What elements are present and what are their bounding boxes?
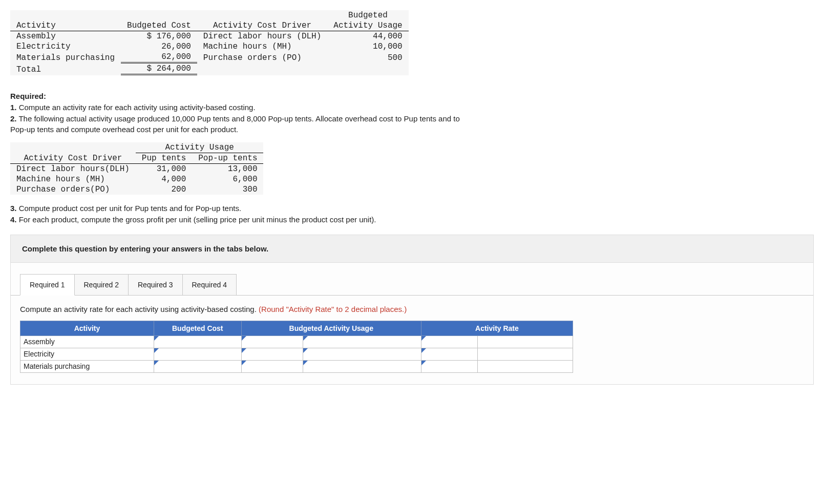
t1-r0-activity: Assembly <box>10 31 121 42</box>
required-block-2: 3. Compute product cost per unit for Pup… <box>10 203 814 225</box>
grid-row-2-usage-a[interactable] <box>241 360 303 372</box>
grid-row-1-label: Electricity <box>20 348 154 360</box>
required-2-text-a: The following actual activity usage prod… <box>17 114 460 123</box>
required-3-num: 3. <box>10 204 17 213</box>
t1-hdr-activity: Activity <box>10 20 121 31</box>
grid-hdr-usage: Budgeted Activity Usage <box>241 321 421 335</box>
t1-hdr-usage-l2: Activity Usage <box>327 20 408 31</box>
grid-row-1-rate-a[interactable] <box>421 348 477 360</box>
grid-row-2-rate-a[interactable] <box>421 360 477 372</box>
required-4-text: For each product, compute the gross prof… <box>17 215 376 224</box>
t1-hdr-usage-l1: Budgeted <box>327 10 408 20</box>
grid-row-1-rate-b[interactable] <box>478 348 573 360</box>
t1-total-label: Total <box>10 63 121 75</box>
grid-hdr-rate: Activity Rate <box>421 321 573 335</box>
grid-hdr-activity: Activity <box>20 321 154 335</box>
t2-r1-driver: Machine hours (MH) <box>10 174 136 184</box>
required-3-text: Compute product cost per unit for Pup te… <box>17 204 242 213</box>
budgeted-cost-table: Budgeted Activity Budgeted Cost Activity… <box>10 10 409 75</box>
grid-row-1-usage-b[interactable] <box>303 348 421 360</box>
grid-row-1-cost[interactable] <box>154 348 241 360</box>
tab-required-4[interactable]: Required 4 <box>182 274 237 296</box>
grid-row-0-rate-b[interactable] <box>478 335 573 348</box>
answer-grid: Activity Budgeted Cost Budgeted Activity… <box>20 321 573 373</box>
answer-section: Complete this question by entering your … <box>10 235 814 385</box>
t1-total-cost: $ 264,000 <box>121 63 197 75</box>
tab-required-1[interactable]: Required 1 <box>20 274 75 296</box>
t1-r2-usage: 500 <box>327 52 408 63</box>
t2-hdr-driver: Activity Cost Driver <box>10 153 136 164</box>
t2-r1-pup: 4,000 <box>136 174 192 184</box>
grid-row-0-rate-a[interactable] <box>421 335 477 348</box>
tab-required-3[interactable]: Required 3 <box>128 274 183 296</box>
table-row: Materials purchasing 62,000 Purchase ord… <box>10 52 409 63</box>
grid-hdr-cost: Budgeted Cost <box>154 321 241 335</box>
answer-banner: Complete this question by entering your … <box>11 235 813 263</box>
t1-hdr-driver: Activity Cost Driver <box>197 20 327 31</box>
table-row: Machine hours (MH) 4,000 6,000 <box>10 174 263 184</box>
grid-row: Electricity <box>20 348 573 360</box>
grid-row-2-label: Materials purchasing <box>20 360 154 372</box>
grid-row-0-cost[interactable] <box>154 335 241 348</box>
t1-r1-usage: 10,000 <box>327 41 408 52</box>
t2-r2-driver: Purchase orders(PO) <box>10 184 136 195</box>
required-block: Required: 1. Compute an activity rate fo… <box>10 91 814 135</box>
t1-r2-activity: Materials purchasing <box>10 52 121 63</box>
t2-r2-pup: 200 <box>136 184 192 195</box>
t2-hdr-pup: Pup tents <box>136 153 192 164</box>
t2-r0-popup: 13,000 <box>192 164 263 175</box>
grid-row-0-label: Assembly <box>20 335 154 348</box>
t1-r1-cost: 26,000 <box>121 41 197 52</box>
t2-r2-popup: 300 <box>192 184 263 195</box>
table-row: Electricity 26,000 Machine hours (MH) 10… <box>10 41 409 52</box>
t1-r0-cost: $ 176,000 <box>121 31 197 42</box>
required-2-num: 2. <box>10 114 17 123</box>
table-row: Direct labor hours(DLH) 31,000 13,000 <box>10 164 263 175</box>
grid-row-0-usage-a[interactable] <box>241 335 303 348</box>
tab-prompt: Compute an activity rate for each activi… <box>20 305 804 313</box>
t1-hdr-cost: Budgeted Cost <box>121 20 197 31</box>
table-row: Purchase orders(PO) 200 300 <box>10 184 263 195</box>
required-heading: Required: <box>10 92 46 100</box>
grid-row-2-cost[interactable] <box>154 360 241 372</box>
activity-usage-table: Activity Usage Activity Cost Driver Pup … <box>10 142 263 195</box>
t1-r0-usage: 44,000 <box>327 31 408 42</box>
tab-prompt-red: (Round "Activity Rate" to 2 decimal plac… <box>259 305 407 313</box>
grid-row: Materials purchasing <box>20 360 573 372</box>
table-row: Assembly $ 176,000 Direct labor hours (D… <box>10 31 409 42</box>
tab-prompt-black: Compute an activity rate for each activi… <box>20 305 259 313</box>
t1-r0-driver: Direct labor hours (DLH) <box>197 31 327 42</box>
required-1-text: Compute an activity rate for each activi… <box>17 103 256 112</box>
t2-hdr-popup: Pop-up tents <box>192 153 263 164</box>
t1-blank <box>10 10 121 20</box>
t2-r0-pup: 31,000 <box>136 164 192 175</box>
grid-row-2-rate-b[interactable] <box>478 360 573 372</box>
answer-tabs: Required 1 Required 2 Required 3 Require… <box>11 263 813 296</box>
grid-row: Assembly <box>20 335 573 348</box>
required-4-num: 4. <box>10 215 17 224</box>
required-1-num: 1. <box>10 103 17 112</box>
t1-r1-driver: Machine hours (MH) <box>197 41 327 52</box>
t1-r2-driver: Purchase orders (PO) <box>197 52 327 63</box>
grid-row-2-usage-b[interactable] <box>303 360 421 372</box>
t2-r0-driver: Direct labor hours(DLH) <box>10 164 136 175</box>
grid-row-0-usage-b[interactable] <box>303 335 421 348</box>
tab-required-2[interactable]: Required 2 <box>74 274 129 296</box>
t1-r2-cost: 62,000 <box>121 52 197 63</box>
required-2-text-b: Pop-up tents and compute overhead cost p… <box>10 124 814 135</box>
tab-content-required-1: Compute an activity rate for each activi… <box>11 295 813 384</box>
t2-r1-popup: 6,000 <box>192 174 263 184</box>
t2-top-header: Activity Usage <box>136 142 264 153</box>
t1-r1-activity: Electricity <box>10 41 121 52</box>
table-row-total: Total $ 264,000 <box>10 63 409 75</box>
grid-row-1-usage-a[interactable] <box>241 348 303 360</box>
